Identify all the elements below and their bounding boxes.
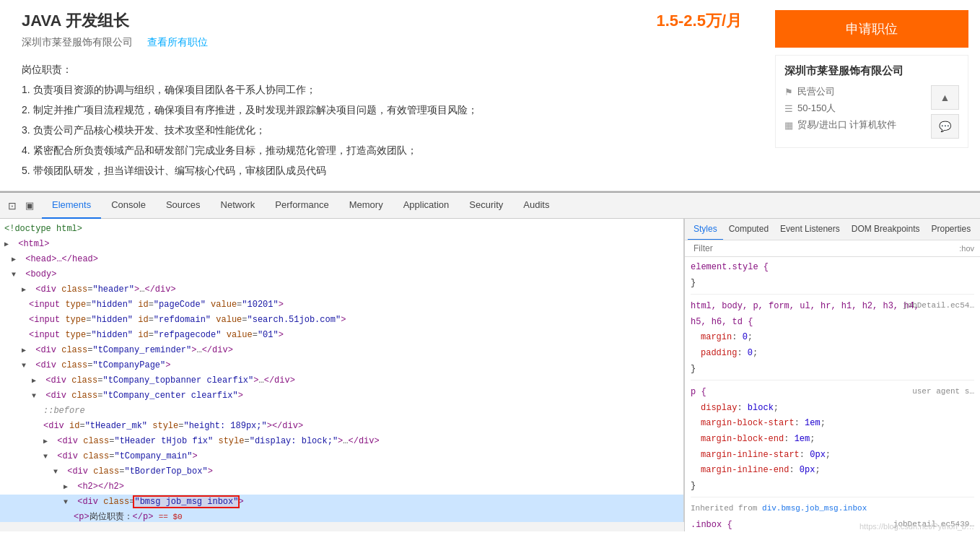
dom-line[interactable]: ▼ <div class="tCompanyPage"> [0, 358, 683, 373]
styles-filter-row: :hov [685, 240, 980, 257]
company-size: 50-150人 [797, 102, 836, 115]
dom-panel: <!doctype html> ▶ <html> ▶ <head>…</head… [0, 219, 684, 522]
dom-arrow[interactable]: ▼ [12, 269, 20, 282]
dom-line[interactable]: ▶ <div class="tHeader tHjob fix" style="… [0, 434, 683, 449]
tab-console[interactable]: Console [101, 193, 156, 219]
devtools-icon-cursor[interactable]: ⊡ [4, 198, 20, 214]
company-type-row: ⚑ 民营公司 [784, 85, 925, 98]
styles-filter-input[interactable] [691, 242, 956, 255]
dom-line[interactable]: <p>岗位职责：</p> == $0 [0, 510, 683, 522]
dom-line[interactable]: ▶ <html> [0, 237, 683, 252]
dom-arrow[interactable]: ▼ [53, 466, 62, 479]
dom-line[interactable]: ▶ <div class="header">…</div> [0, 282, 683, 297]
dom-arrow[interactable]: ▼ [32, 390, 40, 403]
company-industry-row: ▦ 贸易/进出口 计算机软件 [784, 118, 925, 131]
job-desc-item-4: 4. 紧密配合所负责领域产品和研发部门完成业务目标，推动规范化管理，打造高效团队… [22, 140, 742, 160]
job-title-row: JAVA 开发组长 1.5-2.5万/月 [22, 10, 742, 32]
style-selector: html, body, p, form, ul, hr, h1, h2, h3,… [691, 299, 974, 315]
tab-audits[interactable]: Audits [513, 193, 559, 219]
tab-application[interactable]: Application [393, 193, 460, 219]
company-action-buttons: ▲ 💬 [931, 85, 959, 139]
company-industry: 贸易/进出口 计算机软件 [797, 118, 896, 131]
job-title: JAVA 开发组长 [22, 10, 129, 32]
dom-line[interactable]: ▼ <div class="tCompany_main"> [0, 449, 683, 464]
dom-arrow[interactable]: ▼ [64, 496, 72, 509]
dom-line[interactable]: <input type="hidden" id="refdomain" valu… [0, 313, 683, 328]
dom-line[interactable]: ▼ <div class="tBorderTop_box"> [0, 464, 683, 479]
dom-arrow[interactable]: ▶ [22, 284, 30, 297]
style-close: } [691, 276, 974, 292]
devtools-icon-phone[interactable]: ▣ [22, 198, 38, 214]
company-name: 深圳市莱登服饰有限公司 [22, 36, 133, 49]
styles-tab-properties[interactable]: Properties [925, 219, 976, 240]
styles-tab-event-listeners[interactable]: Event Listeners [774, 219, 846, 240]
styles-panel: Styles Computed Event Listeners DOM Brea… [684, 219, 980, 531]
style-rule-p: p { user agent s… display: block; margin… [691, 385, 974, 497]
styles-tab-styles[interactable]: Styles [688, 219, 723, 240]
company-type: 民营公司 [797, 85, 835, 98]
styles-tab-computed[interactable]: Computed [723, 219, 774, 240]
dom-line: ::before [0, 404, 683, 419]
job-desc-item-5: 5. 带领团队研发，担当详细设计、编写核心代码，审核团队成员代码 [22, 160, 742, 180]
style-rule-element: element.style { } [691, 260, 974, 295]
styles-content: element.style { } html, body, p, form, u… [685, 257, 980, 531]
dom-line[interactable]: ▼ <div class="tCompany_center clearfix"> [0, 388, 683, 404]
company-industry-icon: ▦ [784, 120, 793, 131]
styles-tabs: Styles Computed Event Listeners DOM Brea… [685, 219, 980, 240]
dom-line[interactable]: ▼ <body> [0, 267, 683, 282]
dom-arrow[interactable]: ▶ [43, 435, 52, 448]
company-action-up[interactable]: ▲ [931, 85, 959, 110]
watermark: https://blog.csdn.net/Python_b… [859, 522, 974, 531]
tab-elements[interactable]: Elements [42, 193, 101, 219]
job-description: 岗位职责： 1. 负责项目资源的协调与组织，确保项目团队各干系人协同工作； 2.… [22, 59, 742, 180]
tab-performance[interactable]: Performance [265, 193, 338, 219]
dom-arrow[interactable]: ▶ [64, 481, 72, 494]
company-card: 深圳市莱登服饰有限公司 ⚑ 民营公司 ☰ 50-150人 ▦ 贸易/进出口 计算… [775, 55, 968, 148]
tab-memory[interactable]: Memory [339, 193, 393, 219]
dom-line[interactable]: ▶ <h2></h2> [0, 479, 683, 495]
job-desc-item-1: 1. 负责项目资源的协调与组织，确保项目团队各干系人协同工作； [22, 79, 742, 100]
company-type-icon: ⚑ [784, 87, 793, 97]
dom-arrow[interactable]: ▼ [43, 451, 52, 464]
tab-sources[interactable]: Sources [156, 193, 211, 219]
style-selector-p: p { user agent s… [691, 385, 974, 401]
dom-arrow[interactable]: ▶ [32, 375, 40, 388]
dom-tag-head: <head>…</head> [25, 254, 98, 264]
company-row: 深圳市莱登服饰有限公司 查看所有职位 [22, 36, 742, 49]
dom-line[interactable]: <div id="tHeader_mk" style="height: 189p… [0, 419, 683, 434]
dom-line[interactable]: ▶ <div class="tCompany_topbanner clearfi… [0, 373, 683, 388]
dom-arrow[interactable]: ▶ [22, 344, 30, 357]
devtools-panel: ⊡ ▣ Elements Console Sources Network Per… [0, 191, 980, 531]
dom-line[interactable]: <input type="hidden" id="refpagecode" va… [0, 328, 683, 343]
job-desc-item-2: 2. 制定并推广项目流程规范，确保项目有序推进，及时发现并跟踪解决项目问题，有效… [22, 100, 742, 120]
dom-line[interactable]: ▶ <head>…</head> [0, 252, 683, 267]
view-all-link[interactable]: 查看所有职位 [147, 36, 208, 49]
company-action-msg[interactable]: 💬 [931, 114, 959, 139]
tab-security[interactable]: Security [459, 193, 513, 219]
dom-tag-html: <html> [18, 239, 49, 249]
job-desc-item-3: 3. 负责公司产品核心模块开发、技术攻坚和性能优化； [22, 120, 742, 140]
hover-label: :hov [959, 244, 974, 253]
style-rule-html-body: html, body, p, form, ul, hr, h1, h2, h3,… [691, 299, 974, 380]
dom-arrow[interactable]: ▶ [12, 253, 20, 266]
company-card-title: 深圳市莱登服饰有限公司 [784, 64, 959, 78]
job-info-section: JAVA 开发组长 1.5-2.5万/月 深圳市莱登服饰有限公司 查看所有职位 … [0, 0, 764, 191]
devtools-tabs: ⊡ ▣ Elements Console Sources Network Per… [0, 193, 980, 219]
apply-section: 申请职位 深圳市莱登服饰有限公司 ⚑ 民营公司 ☰ 50-150人 ▦ 贸易/进… [764, 0, 980, 191]
dom-line-selected[interactable]: ▼ <div class="bmsg job_msg inbox"> [0, 495, 683, 510]
job-page-top: JAVA 开发组长 1.5-2.5万/月 深圳市莱登服饰有限公司 查看所有职位 … [0, 0, 980, 191]
dom-arrow[interactable]: ▼ [22, 360, 30, 373]
job-desc-title: 岗位职责： [22, 59, 742, 79]
dom-line[interactable]: <input type="hidden" id="pageCode" value… [0, 297, 683, 313]
dom-line: <!doctype html> [0, 222, 683, 237]
company-size-row: ☰ 50-150人 [784, 102, 925, 115]
style-selector: element.style { [691, 260, 974, 276]
styles-tab-dom-breakpoints[interactable]: DOM Breakpoints [846, 219, 926, 240]
dom-line[interactable]: ▶ <div class="tCompany_reminder">…</div> [0, 343, 683, 358]
apply-button[interactable]: 申请职位 [775, 10, 968, 48]
company-size-icon: ☰ [784, 103, 793, 114]
devtools-body: <!doctype html> ▶ <html> ▶ <head>…</head… [0, 219, 980, 531]
tab-network[interactable]: Network [211, 193, 266, 219]
inherited-header-inbox: Inherited from div.bmsg.job_msg.inbox [691, 502, 974, 516]
dom-arrow[interactable]: ▶ [4, 238, 13, 251]
